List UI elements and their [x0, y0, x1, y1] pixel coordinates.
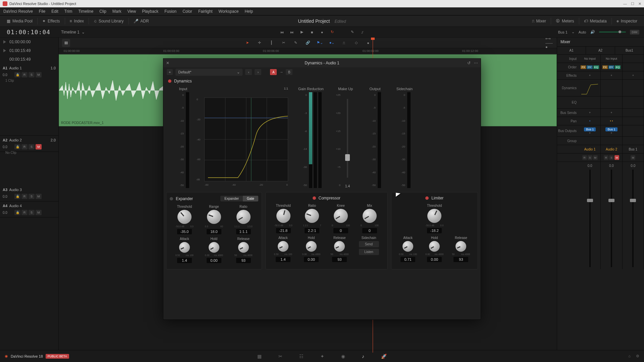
- effects-bus1[interactable]: +: [623, 71, 644, 79]
- ab-a-button[interactable]: A: [270, 69, 277, 75]
- timecode-display[interactable]: 01:00:10:04: [0, 28, 57, 36]
- comp-knee-knob[interactable]: [334, 209, 348, 223]
- compressor-enable[interactable]: [313, 196, 316, 200]
- stop-button[interactable]: ■: [309, 29, 315, 36]
- tc-dur[interactable]: 00:00:15:49: [0, 55, 58, 64]
- pan-a2[interactable]: • •: [601, 117, 622, 125]
- comp-ratio-knob[interactable]: [305, 209, 319, 223]
- speaker-icon[interactable]: 🔊: [590, 30, 595, 34]
- menu-app[interactable]: DaVinci Resolve: [3, 9, 33, 14]
- menu-help[interactable]: Help: [245, 9, 253, 14]
- metadata-button[interactable]: 🏷Metadata: [581, 17, 610, 25]
- menu-color[interactable]: Color: [182, 9, 192, 14]
- arm-button[interactable]: R: [21, 72, 28, 77]
- pointer-tool-icon[interactable]: ➤: [244, 39, 252, 47]
- arm-button[interactable]: R: [21, 210, 28, 215]
- page-deliver[interactable]: 🚀: [381, 354, 387, 359]
- loop-button[interactable]: ↻: [329, 29, 335, 36]
- track-header-a4[interactable]: A4 Audio 4 0.0 🔒 R S M: [0, 201, 58, 218]
- mixer-button[interactable]: ⎍Mixer: [529, 17, 549, 25]
- menu-trim[interactable]: Trim: [64, 9, 72, 14]
- channel-name-bus1[interactable]: Bus 1: [623, 145, 644, 153]
- comp-release-knob[interactable]: [334, 241, 345, 252]
- prev-preset[interactable]: ‹: [245, 69, 252, 75]
- fader-a1[interactable]: 0.0: [579, 162, 601, 269]
- maximize-icon[interactable]: ☐: [631, 2, 634, 6]
- gate-tab[interactable]: Gate: [243, 196, 258, 201]
- release-knob[interactable]: [238, 242, 249, 253]
- mute-button[interactable]: M: [36, 194, 42, 199]
- text-tool-icon[interactable]: ┃: [268, 39, 276, 47]
- timeline-selector[interactable]: Timeline 1⌄: [57, 30, 89, 35]
- marker-icon[interactable]: ●: [364, 39, 372, 47]
- solo-button[interactable]: S: [29, 210, 35, 215]
- prev-button[interactable]: ⏮: [278, 29, 285, 36]
- settings-icon[interactable]: ⎎: [359, 29, 366, 36]
- mute-button[interactable]: M: [36, 144, 42, 149]
- tc-out[interactable]: 01:00:15:49: [0, 46, 58, 55]
- marker-dropdown[interactable]: ●⌄: [328, 39, 336, 47]
- lock-button[interactable]: 🔒: [14, 72, 20, 77]
- solo-button[interactable]: S: [29, 194, 35, 199]
- fader-a2[interactable]: 0.0: [601, 162, 622, 269]
- input-a1[interactable]: No Input: [579, 55, 601, 63]
- menu-clip[interactable]: Clip: [99, 9, 106, 14]
- preset-selector[interactable]: Default*⌄: [175, 69, 243, 76]
- group-a1[interactable]: [579, 137, 601, 145]
- lim-hold-knob[interactable]: [429, 241, 440, 252]
- dynamics-bus1[interactable]: [623, 80, 644, 97]
- track-level[interactable]: 0.0: [3, 73, 13, 77]
- solo-button[interactable]: S: [29, 144, 35, 149]
- track-header-a1[interactable]: A1 Audio 11.0 0.0 🔒 R S M 1 Clip: [0, 64, 58, 136]
- zoom-slider[interactable]: ⟷ ——●: [545, 39, 553, 47]
- auto-label[interactable]: Auto: [579, 30, 586, 34]
- threshold-knob[interactable]: [177, 210, 192, 224]
- page-fairlight[interactable]: ♪: [362, 354, 364, 359]
- dynamics-enable[interactable]: [168, 79, 171, 83]
- play-button[interactable]: ▶: [299, 29, 305, 36]
- menu-fairlight[interactable]: Fairlight: [198, 9, 213, 14]
- dynamics-header[interactable]: ✕ Dynamics - Audio 1 ↺⋯: [163, 59, 481, 67]
- eq-bus1[interactable]: [623, 97, 644, 109]
- snap-icon[interactable]: ◇: [352, 39, 360, 47]
- inspector-button[interactable]: ⎈Inspector: [613, 17, 641, 25]
- arm-button[interactable]: R: [21, 144, 28, 149]
- input-a2[interactable]: No Input: [601, 55, 622, 63]
- lock-button[interactable]: 🔒: [14, 144, 20, 149]
- pencil-tool-icon[interactable]: ✎: [292, 39, 300, 47]
- add-preset-icon[interactable]: +: [167, 69, 173, 75]
- lock-button[interactable]: 🔒: [14, 210, 20, 215]
- menu-playback[interactable]: Playback: [142, 9, 158, 14]
- expander-tab[interactable]: Expander: [220, 196, 243, 201]
- pan-bus1[interactable]: [623, 117, 644, 125]
- dynamics-a1[interactable]: [579, 80, 601, 97]
- mixer-tab-bus1[interactable]: Bus1: [615, 47, 644, 54]
- lim-threshold-knob[interactable]: [427, 209, 441, 223]
- project-settings-icon[interactable]: ⚙: [636, 354, 639, 358]
- range-knob[interactable]: [207, 210, 221, 224]
- mute-button[interactable]: M: [36, 72, 42, 77]
- menu-view[interactable]: View: [127, 9, 136, 14]
- group-bus1[interactable]: [623, 137, 644, 145]
- page-fusion[interactable]: ✦: [320, 354, 324, 359]
- waveform-icon[interactable]: ⎍: [340, 39, 348, 47]
- ratio-knob[interactable]: [236, 210, 251, 224]
- limiter-enable[interactable]: [425, 196, 429, 200]
- comp-attack-knob[interactable]: [278, 241, 288, 252]
- page-cut[interactable]: ✂: [278, 354, 282, 359]
- arm-button[interactable]: R: [21, 194, 28, 199]
- timeline-ruler[interactable]: 01:00:00:00 01:00:03:00 01:00:06:00 01:0…: [59, 48, 557, 54]
- page-edit[interactable]: ☷: [299, 354, 304, 359]
- automation-icon[interactable]: ✎: [349, 29, 356, 36]
- menu-fusion[interactable]: Fusion: [164, 9, 176, 14]
- record-button[interactable]: ●: [319, 29, 325, 36]
- eq-a2[interactable]: [601, 97, 622, 109]
- bus-out-a2[interactable]: Bus 1+: [601, 125, 622, 137]
- lim-attack-knob[interactable]: [402, 241, 413, 252]
- flag-dropdown[interactable]: ⚑⌄: [316, 39, 324, 47]
- tc-in[interactable]: 01:00:00:00: [0, 38, 58, 46]
- track-header-a2[interactable]: A2 Audio 22.0 0.0 🔒 R S M No Clip: [0, 136, 58, 152]
- lim-release-knob[interactable]: [455, 241, 466, 252]
- index-button[interactable]: ≡Index: [66, 17, 87, 25]
- expander-enable[interactable]: [170, 197, 173, 200]
